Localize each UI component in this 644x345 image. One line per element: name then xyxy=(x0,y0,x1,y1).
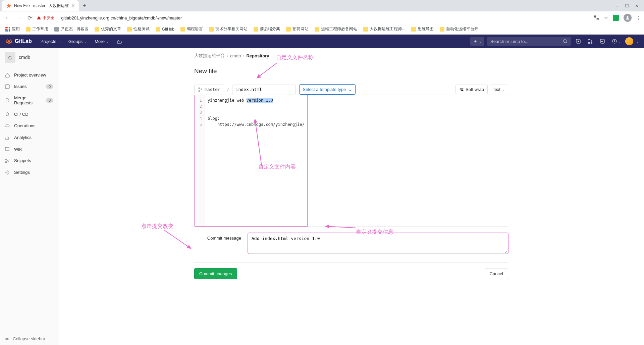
branch-selector[interactable]: master xyxy=(194,85,224,94)
extension-icon[interactable] xyxy=(613,15,619,21)
bookmark-item[interactable]: 前后端分离 xyxy=(252,25,282,33)
bookmark-item[interactable]: 自动化运维平台开... xyxy=(438,25,484,33)
svg-point-15 xyxy=(199,87,200,89)
nav-more[interactable]: More⌄ xyxy=(91,37,112,46)
maximize-icon[interactable]: ☐ xyxy=(625,3,629,8)
app-body: C cmdb Project overview Issues0 Merge Re… xyxy=(0,48,644,345)
sidebar-item-operations[interactable]: Operations xyxy=(0,120,58,132)
project-name: cmdb xyxy=(19,55,30,60)
gear-icon xyxy=(5,169,10,175)
chevron-left-icon: ≪ xyxy=(5,336,9,341)
bookmark-item[interactable]: 运维工程师必备网站 xyxy=(313,25,359,33)
annotation-commit-click: 点击提交改变 xyxy=(141,223,173,230)
bookmark-item[interactable]: 招聘网站 xyxy=(284,25,311,33)
nav-projects[interactable]: Projects⌄ xyxy=(37,37,64,46)
syntax-select[interactable]: text⌄ xyxy=(490,85,508,94)
gitlab-logo[interactable]: GitLab xyxy=(5,38,32,45)
search-input[interactable]: Search or jump to... xyxy=(487,37,571,46)
bookmark-item[interactable]: 尹正杰 - 博客园 xyxy=(52,25,91,33)
bookmark-item[interactable]: 思维导图 xyxy=(409,25,436,33)
editor-content[interactable]: yinzhengjie web version 1.0 blog: https:… xyxy=(205,95,307,226)
new-dropdown[interactable]: ＋⌄ xyxy=(470,37,484,46)
new-tab-button[interactable]: + xyxy=(83,2,87,9)
branch-icon xyxy=(198,87,203,92)
breadcrumb-project[interactable]: cmdb xyxy=(230,53,241,58)
sidebar-project-header[interactable]: C cmdb xyxy=(0,48,58,67)
sidebar-item-settings[interactable]: Settings xyxy=(0,166,58,178)
close-window-icon[interactable]: ✕ xyxy=(635,3,639,8)
help-icon[interactable]: ?⌄ xyxy=(610,37,623,46)
svg-point-0 xyxy=(627,16,628,18)
sidebar-nav: Project overview Issues0 Merge Requests0… xyxy=(0,67,58,332)
svg-rect-10 xyxy=(5,85,9,89)
sidebar-item-overview[interactable]: Project overview xyxy=(0,69,58,81)
svg-point-13 xyxy=(7,172,8,173)
url-bar[interactable]: 不安全 | gitlab201.yinzhengjie.org.cn/china… xyxy=(37,15,590,21)
menu-icon[interactable]: ⋮ xyxy=(636,15,641,20)
gitlab-header: GitLab Projects⌄ Groups⌄ More⌄ ＋⌄ Search… xyxy=(0,35,644,48)
folder-icon xyxy=(286,27,291,32)
forward-button: → xyxy=(15,13,23,22)
badge: 0 xyxy=(46,84,53,89)
bookmark-bar: 应用 工作常用 尹正杰 - 博客园 优秀的文章 性格测试 GitHub 编程语言… xyxy=(0,24,644,34)
sidebar-item-merge-requests[interactable]: Merge Requests0 xyxy=(0,92,58,108)
bookmark-item[interactable]: 性格测试 xyxy=(125,25,152,33)
annotation-highlight-box: 12345 yinzhengjie web version 1.0 blog: … xyxy=(195,95,308,227)
translate-icon[interactable] xyxy=(593,15,599,21)
apps-button[interactable]: 应用 xyxy=(3,25,22,33)
sidebar-item-wiki[interactable]: Wiki xyxy=(0,143,58,155)
cancel-button[interactable]: Cancel xyxy=(485,268,508,279)
sidebar-item-snippets[interactable]: Snippets xyxy=(0,155,58,166)
softwrap-button[interactable]: Soft wrap xyxy=(455,85,488,94)
star-icon[interactable]: ☆ xyxy=(604,15,608,20)
bookmark-item[interactable]: GitHub xyxy=(154,26,176,33)
close-icon[interactable]: × xyxy=(71,3,74,9)
back-button[interactable]: ← xyxy=(3,13,11,22)
template-select[interactable]: Select a template type xyxy=(299,84,356,95)
bookmark-item[interactable]: 大数据运维工程师... xyxy=(361,25,407,33)
svg-point-1 xyxy=(564,40,567,43)
bookmark-item[interactable]: 工作常用 xyxy=(24,25,50,33)
sidebar: C cmdb Project overview Issues0 Merge Re… xyxy=(0,48,58,345)
avatar[interactable] xyxy=(625,37,633,45)
gitlab-icon xyxy=(5,38,13,45)
breadcrumb-group[interactable]: 大数据运维平台 xyxy=(194,53,225,59)
filename-input[interactable] xyxy=(232,85,296,94)
tab-bar: New File · master · 大数据运维 × + ─ ☐ ✕ xyxy=(0,0,644,11)
home-icon xyxy=(5,72,10,78)
browser-tab[interactable]: New File · master · 大数据运维 × xyxy=(2,0,79,11)
bookmark-item[interactable]: 优秀的文章 xyxy=(93,25,123,33)
window-controls: ─ ☐ ✕ xyxy=(616,3,644,8)
nav-groups[interactable]: Groups⌄ xyxy=(65,37,90,46)
reload-button[interactable]: ⟳ xyxy=(26,13,33,22)
svg-point-16 xyxy=(199,90,200,92)
gitlab-favicon-icon xyxy=(6,3,11,8)
page-title: New file xyxy=(194,67,508,75)
collapse-sidebar[interactable]: ≪ Collapse sidebar xyxy=(0,332,58,345)
issues-icon[interactable] xyxy=(574,37,583,46)
commit-changes-button[interactable]: Commit changes xyxy=(194,268,237,279)
search-icon xyxy=(563,39,568,44)
folder-icon xyxy=(254,27,258,32)
bookmark-item[interactable]: 编程语言 xyxy=(178,25,205,33)
commit-message-input[interactable] xyxy=(248,233,508,254)
apps-grid-icon xyxy=(5,27,10,32)
rocket-icon xyxy=(5,111,10,117)
path-separator: / xyxy=(224,87,232,92)
sidebar-item-cicd[interactable]: CI / CD xyxy=(0,108,58,120)
header-right: ＋⌄ Search or jump to... ?⌄ ⌄ xyxy=(470,37,639,46)
sidebar-item-analytics[interactable]: Analytics xyxy=(0,132,58,143)
folder-icon xyxy=(440,27,444,32)
code-editor[interactable]: 12345 yinzhengjie web version 1.0 blog: … xyxy=(194,95,508,227)
merge-requests-icon[interactable] xyxy=(586,37,595,46)
sidebar-item-issues[interactable]: Issues0 xyxy=(0,81,58,93)
todos-icon[interactable] xyxy=(598,37,607,46)
tab-title: New File · master · 大数据运维 xyxy=(14,3,69,9)
minimize-icon[interactable]: ─ xyxy=(616,3,619,8)
svg-text:?: ? xyxy=(613,40,615,43)
security-warning[interactable]: 不安全 xyxy=(37,15,55,21)
issues-icon xyxy=(5,84,10,90)
nav-activity-icon[interactable] xyxy=(113,37,125,46)
bookmark-item[interactable]: 技术分享相关网站 xyxy=(207,25,250,33)
profile-icon[interactable] xyxy=(624,14,632,22)
